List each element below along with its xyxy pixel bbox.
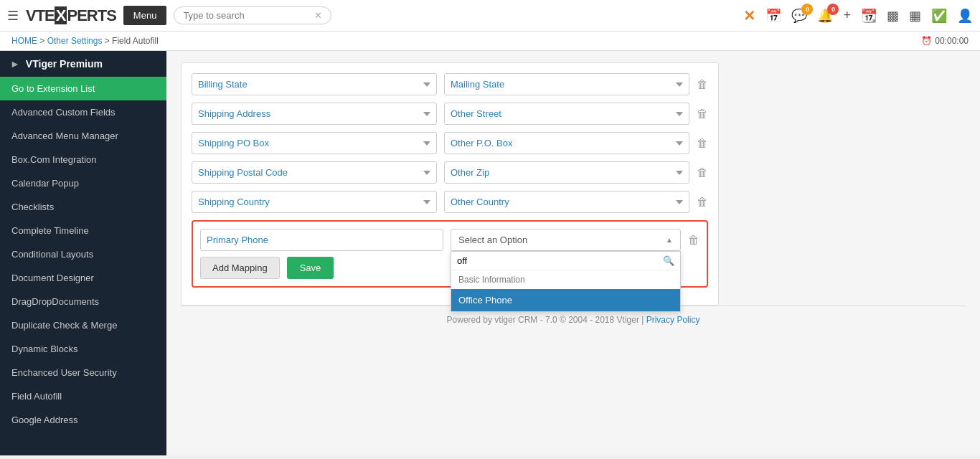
vtiger-x-icon[interactable]: ✕ — [743, 7, 755, 24]
sidebar-header-label: VTiger Premium — [26, 58, 103, 70]
timer: ⏰ 00:00:00 — [921, 36, 969, 46]
main-content: Billing State Mailing State 🗑 Shipping A… — [166, 51, 980, 455]
checklist-icon[interactable]: ✅ — [931, 8, 947, 24]
clear-search-icon[interactable]: ✕ — [314, 10, 322, 21]
sidebar-header[interactable]: ► VTiger Premium — [0, 51, 166, 77]
highlighted-row-inputs: Primary Phone Select an Option ▲ 🔍 — [200, 229, 699, 251]
delete-btn-billing[interactable]: 🗑 — [697, 78, 708, 91]
sidebar-item-google-address[interactable]: Google Address — [0, 408, 166, 432]
mapping-left-country[interactable]: Shipping Country — [192, 191, 437, 213]
select-option-trigger[interactable]: Select an Option ▲ — [451, 229, 681, 251]
user-icon[interactable]: 👤 — [957, 8, 973, 24]
footer-text: Powered by vtiger CRM - 7.0 © 2004 - 201… — [447, 315, 639, 325]
privacy-policy-link[interactable]: Privacy Policy — [646, 315, 700, 325]
delete-btn-country[interactable]: 🗑 — [697, 196, 708, 209]
sidebar-item-menu-manager[interactable]: Advanced Menu Manager — [0, 124, 166, 148]
menu-button[interactable]: Menu — [123, 6, 167, 25]
bell-icon[interactable]: 🔔 0 — [817, 8, 833, 24]
dropdown-arrow-icon: ▲ — [666, 236, 673, 244]
main-layout: ► VTiger Premium Go to Extension List Ad… — [0, 51, 980, 455]
dropdown-group-label: Basic Information — [451, 270, 680, 289]
top-nav: ☰ VTEXPERTS Menu ✕ ✕ 📅 💬 0 🔔 0 + 📆 ▩ ▦ ✅… — [0, 0, 980, 32]
sidebar-item-checklists[interactable]: Checklists — [0, 195, 166, 219]
mapping-left-shipping-po[interactable]: Shipping PO Box — [192, 132, 437, 154]
bar-chart-icon[interactable]: ▩ — [887, 8, 899, 24]
mapping-right-other-street[interactable]: Other Street — [444, 103, 689, 125]
sidebar-item-custom-fields[interactable]: Advanced Custom Fields — [0, 100, 166, 124]
sidebar-arrow-icon: ► — [10, 58, 20, 70]
select-placeholder: Select an Option — [458, 235, 527, 245]
chat-badge: 0 — [801, 4, 813, 15]
hamburger-icon[interactable]: ☰ — [7, 8, 19, 24]
save-button[interactable]: Save — [287, 257, 334, 279]
sidebar-item-complete-timeline[interactable]: Complete Timeline — [0, 219, 166, 242]
mapping-left-shipping-addr[interactable]: Shipping Address — [192, 103, 437, 125]
mapping-left-billing[interactable]: Billing State — [192, 73, 437, 95]
sidebar-item-conditional-layouts[interactable]: Conditional Layouts — [0, 242, 166, 266]
mapping-right-mailing[interactable]: Mailing State — [444, 73, 689, 95]
breadcrumb-sep2: > — [105, 36, 112, 46]
dropdown-search-container: 🔍 — [451, 252, 680, 270]
sidebar: ► VTiger Premium Go to Extension List Ad… — [0, 51, 166, 455]
mapping-row-billing: Billing State Mailing State 🗑 — [192, 73, 708, 95]
calendar2-icon[interactable]: 📆 — [861, 8, 877, 24]
chat-icon[interactable]: 💬 0 — [791, 8, 807, 24]
mapping-row-country: Shipping Country Other Country 🗑 — [192, 191, 708, 213]
highlighted-mapping-row: Primary Phone Select an Option ▲ 🔍 — [192, 220, 708, 288]
mapping-container: Billing State Mailing State 🗑 Shipping A… — [181, 62, 719, 306]
search-bar: ✕ — [174, 6, 331, 24]
breadcrumb-bar: HOME > Other Settings > Field Autofill ⏰… — [0, 32, 980, 51]
mapping-row-postal: Shipping Postal Code Other Zip 🗑 — [192, 161, 708, 184]
mapping-right-other-country[interactable]: Other Country — [444, 191, 689, 213]
delete-btn-shipping-addr[interactable]: 🗑 — [697, 108, 708, 120]
delete-btn-shipping-po[interactable]: 🗑 — [697, 137, 708, 150]
mapping-left-postal[interactable]: Shipping Postal Code — [192, 161, 437, 184]
sidebar-item-box-integration[interactable]: Box.Com Integration — [0, 148, 166, 171]
breadcrumb-sep1: > — [39, 36, 44, 46]
dropdown-container: Select an Option ▲ 🔍 Basic Information O… — [451, 229, 681, 251]
dropdown-menu: 🔍 Basic Information Office Phone — [451, 251, 681, 312]
breadcrumb-home[interactable]: HOME — [11, 36, 37, 46]
nav-icons: ✕ 📅 💬 0 🔔 0 + 📆 ▩ ▦ ✅ 👤 — [743, 7, 973, 24]
mapping-right-other-po[interactable]: Other P.O. Box — [444, 132, 689, 154]
mapping-right-zip[interactable]: Other Zip — [444, 161, 689, 184]
sidebar-item-calendar-popup[interactable]: Calendar Popup — [0, 171, 166, 195]
dropdown-search-input[interactable] — [457, 255, 659, 266]
delete-btn-postal[interactable]: 🗑 — [697, 166, 708, 179]
mapping-left-primary-phone[interactable]: Primary Phone — [200, 229, 443, 251]
sidebar-item-dynamic-blocks[interactable]: Dynamic Blocks — [0, 337, 166, 361]
breadcrumb: HOME > Other Settings > Field Autofill — [11, 36, 159, 46]
sidebar-item-extension-list[interactable]: Go to Extension List — [0, 77, 166, 100]
mapping-row-shipping-addr: Shipping Address Other Street 🗑 — [192, 103, 708, 125]
sidebar-item-drag-drop[interactable]: DragDropDocuments — [0, 290, 166, 313]
area-chart-icon[interactable]: ▦ — [909, 8, 921, 24]
sidebar-item-document-designer[interactable]: Document Designer — [0, 266, 166, 290]
add-mapping-button[interactable]: Add Mapping — [200, 257, 280, 279]
mapping-row-shipping-po: Shipping PO Box Other P.O. Box 🗑 — [192, 132, 708, 154]
breadcrumb-other-settings[interactable]: Other Settings — [47, 36, 103, 46]
sidebar-item-field-autofill[interactable]: Field Autofill — [0, 384, 166, 408]
calendar-icon[interactable]: 📅 — [765, 8, 781, 24]
timer-value: 00:00:00 — [935, 36, 969, 46]
notification-badge: 0 — [827, 4, 839, 15]
sidebar-item-user-security[interactable]: Enchanced User Security — [0, 361, 166, 384]
app-logo: VTEXPERTS — [26, 6, 116, 25]
timer-icon: ⏰ — [921, 36, 932, 46]
breadcrumb-current: Field Autofill — [112, 36, 159, 46]
dropdown-search-icon: 🔍 — [663, 255, 674, 266]
sidebar-item-duplicate-check[interactable]: Duplicate Check & Merge — [0, 313, 166, 337]
search-input[interactable] — [183, 10, 314, 21]
plus-icon[interactable]: + — [843, 8, 851, 23]
delete-btn-primary-phone[interactable]: 🗑 — [688, 234, 699, 247]
dropdown-option-office-phone[interactable]: Office Phone — [451, 289, 680, 311]
